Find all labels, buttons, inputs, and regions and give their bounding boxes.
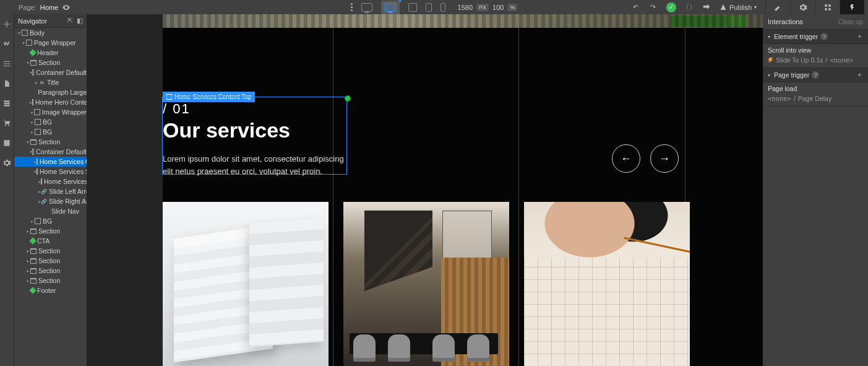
navigator-node[interactable]: ▾Page Wrapper [14,38,87,48]
navigator-node[interactable]: ▸Slide Right Arrow [14,196,87,206]
navigator-node[interactable]: ▾Container Default [14,68,87,77]
navigator-node[interactable]: ▾Section [14,137,87,147]
navigator-node[interactable]: ▾Container Default [14,147,87,157]
navigator-node[interactable]: ▸Section [14,246,87,256]
navigator-node[interactable]: ▸BG [14,127,87,137]
canvas-width-unit: PX [476,4,489,11]
navigator-node[interactable]: Footer [14,285,87,295]
section-paragraph[interactable]: Lorem ipsum dolor sit amet, consectetur … [163,153,348,177]
navigator-node[interactable]: ▸Home Hero Conten [14,97,87,107]
navigator-node[interactable]: ▸Section [14,256,87,266]
add-elements-icon[interactable] [2,19,12,29]
breakpoint-bar: ★ 1580 PX 100 % [351,1,518,14]
trigger-page-load[interactable]: Page load [763,82,868,95]
slider-prev-button[interactable]: ← [612,144,640,173]
style-manager-toggle[interactable] [815,0,840,14]
preview-icon[interactable] [62,3,71,12]
navigator-node[interactable]: CTA [14,236,87,246]
service-card[interactable] [343,202,509,366]
navigator-panel: Navigator ⇱ ◧ ▾Body▾Page WrapperHeader▾S… [14,14,87,366]
navigator-node[interactable]: ▸Section [14,266,87,276]
navigator-title: Navigator [18,17,64,25]
navigator-node[interactable]: ▸BG [14,216,87,226]
navigator-node[interactable]: ▸Section [14,226,87,236]
hero-image-strip [163,14,763,28]
style-panel-toggle[interactable] [765,0,790,14]
trigger-scroll-into-view[interactable]: Scroll into view [763,44,868,56]
eyebrow-text[interactable]: / 01 [163,101,191,117]
assets-icon[interactable] [2,138,12,148]
add-page-trigger-button[interactable]: ＋ [856,71,863,79]
bolt-icon [768,58,773,63]
page-name-dropdown[interactable]: Home [40,4,58,11]
canvas-width-input[interactable]: 1580 [458,4,473,11]
help-icon[interactable]: ? [820,33,828,40]
navigator-node[interactable]: ▾Section [14,58,87,68]
navigator-node[interactable]: ▸Home Services Co [14,157,87,167]
navigator-node[interactable]: ▸HTitle [14,77,87,87]
navigator-icon[interactable] [2,59,12,69]
settings-panel-toggle[interactable] [790,0,815,14]
pages-icon[interactable] [2,79,12,89]
interaction-indicator-icon[interactable] [345,95,351,102]
slider-next-button[interactable]: → [650,144,679,173]
canvas-area[interactable]: Home Services Content Top / 01 Our servi… [87,14,763,366]
add-trigger-button[interactable]: ＋ [856,32,863,41]
publish-button[interactable]: Publish ▾ [720,4,757,11]
breakpoint-desktop[interactable] [385,3,396,12]
interactions-panel-toggle[interactable] [840,0,864,14]
navigator-pin-icon[interactable]: ⇱ [67,17,73,25]
navigator-node[interactable]: ▸Home Services M [14,176,87,186]
interactions-title: Interactions [768,18,838,25]
page-trigger-section[interactable]: ▾ Page trigger ? ＋ [763,68,868,82]
more-breakpoints-icon[interactable] [351,3,353,11]
top-bar: Page: Home ★ 1580 PX 100 % ↶ [0,0,868,14]
trigger-action-row[interactable]: Slide To Up 0.1s / <none> [763,56,868,68]
chevron-down-icon: ▾ [754,4,757,10]
page-trigger-action-row[interactable]: <none> / Page Delay [763,95,868,106]
navigator-node[interactable]: ▸Image Wrapper [14,107,87,117]
share-icon[interactable] [702,3,711,12]
breakpoint-mobile-landscape[interactable] [426,3,432,12]
navigator-node[interactable]: Slide Nav [14,206,87,216]
undo-icon[interactable]: ↶ [632,3,640,12]
cleanup-button[interactable]: Clean up [838,19,863,25]
breakpoint-desktop-large[interactable] [361,3,372,12]
navigator-node[interactable]: Paragraph Large [14,87,87,97]
navigator-tree[interactable]: ▾Body▾Page WrapperHeader▾Section▾Contain… [14,28,87,366]
navigator-collapse-icon[interactable]: ◧ [77,17,83,25]
breakpoint-mobile-portrait[interactable] [440,3,445,12]
navigator-node[interactable]: ▸Slide Left Arrow [14,186,87,196]
navigator-node[interactable]: Header [14,48,87,58]
navigator-node[interactable]: ▾Home Services Sli [14,167,87,176]
base-breakpoint-star-icon: ★ [398,0,402,4]
status-ok-icon[interactable]: ✓ [666,2,676,12]
service-card[interactable] [163,202,329,366]
page-label: Page: [19,4,37,11]
left-rail [0,14,14,366]
zoom-input[interactable]: 100 [492,4,504,11]
section-heading[interactable]: Our services [163,118,290,142]
webflow-logo-icon[interactable] [2,39,12,49]
zoom-unit: % [507,4,517,11]
settings-icon[interactable] [2,158,12,168]
element-trigger-section[interactable]: ▾ Element trigger ? ＋ [763,29,868,44]
breakpoint-tablet[interactable] [408,3,417,12]
code-export-icon[interactable]: 〈〉 [685,3,694,12]
navigator-node[interactable]: ▸BG [14,117,87,127]
navigator-node[interactable]: ▾Body [14,28,87,38]
cms-icon[interactable] [2,98,12,108]
navigator-node[interactable]: ▸Section [14,276,87,285]
interactions-panel: Interactions Clean up ▾ Element trigger … [763,14,868,366]
ecommerce-icon[interactable] [2,118,12,128]
services-cards [163,202,690,366]
redo-icon[interactable]: ↷ [649,3,658,12]
service-card[interactable] [524,202,690,366]
help-icon[interactable]: ? [812,71,819,79]
